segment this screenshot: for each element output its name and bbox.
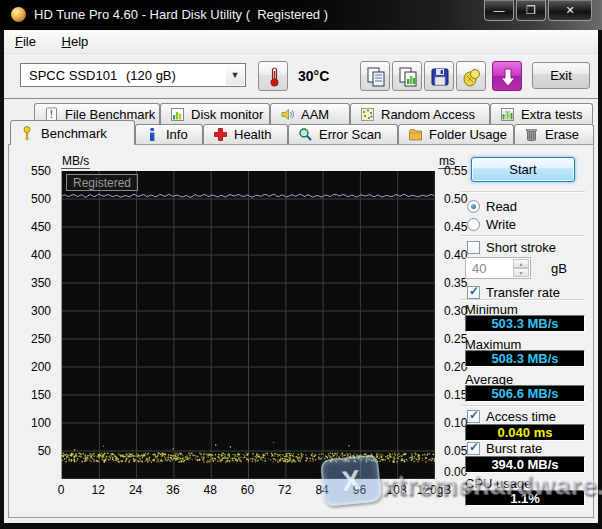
- close-button[interactable]: ✕: [548, 0, 592, 21]
- app-window: HD Tune Pro 4.60 - Hard Disk Utility ( R…: [0, 0, 602, 529]
- left-axis-title: MB/s: [61, 154, 90, 169]
- left-tick: 200: [31, 360, 51, 374]
- left-tick: 450: [31, 220, 51, 234]
- info-icon: [145, 127, 160, 142]
- left-tick: 250: [31, 332, 51, 346]
- left-tick: 400: [31, 248, 51, 262]
- exit-button[interactable]: Exit: [532, 62, 590, 89]
- read-label: Read: [486, 199, 517, 214]
- start-button[interactable]: Start: [471, 157, 575, 182]
- radio-circle-icon: [467, 218, 480, 231]
- left-tick: 550: [31, 164, 51, 178]
- access-time-checkbox[interactable]: Access time: [467, 409, 591, 424]
- drive-name: SPCC SSD101: [29, 68, 117, 83]
- burst-rate-checkbox[interactable]: Burst rate: [467, 441, 591, 456]
- capacity-spinner[interactable]: 40 ▲ ▼: [465, 257, 531, 279]
- error-scan-icon: [298, 127, 313, 142]
- left-tick: 350: [31, 276, 51, 290]
- benchmark-tab-page: MB/s ms 55050045040035030025020015010050…: [8, 144, 594, 518]
- tab-disk-monitor[interactable]: Disk monitor: [160, 103, 270, 124]
- x-axis-ticks: 01224364860728496108120gB: [61, 483, 434, 499]
- toolbar: SPCC SSD101 (120 gB) ▼ 30°C: [4, 55, 598, 99]
- x-tick: 108: [387, 483, 407, 497]
- benchmark-icon: [20, 126, 35, 141]
- copy-icon: [364, 65, 388, 89]
- svg-text:!: !: [50, 109, 53, 120]
- copy-button[interactable]: [360, 61, 390, 91]
- separator: [461, 299, 585, 301]
- x-tick: 24: [129, 483, 142, 497]
- drive-capacity: (120 gB): [126, 68, 176, 83]
- folder-usage-icon: [408, 127, 423, 142]
- short-stroke-label: Short stroke: [486, 240, 556, 255]
- copy-image-button[interactable]: [392, 61, 422, 91]
- left-axis-ticks: 55050045040035030025020015010050: [9, 171, 57, 479]
- radio-circle-icon: [467, 200, 480, 213]
- short-stroke-checkbox[interactable]: Short stroke: [467, 240, 591, 255]
- checkbox-icon: [467, 286, 480, 299]
- transfer-rate-checkbox[interactable]: Transfer rate: [467, 285, 591, 300]
- update-button[interactable]: [492, 61, 522, 91]
- cpu-usage-value: 1.1%: [465, 490, 585, 506]
- tab-extra-tests[interactable]: Extra tests: [490, 103, 593, 124]
- maximum-value: 508.3 MB/s: [465, 350, 585, 367]
- x-tick: 96: [353, 483, 366, 497]
- options-button[interactable]: [456, 61, 486, 91]
- temperature-button[interactable]: [258, 61, 288, 91]
- write-label: Write: [486, 217, 516, 232]
- spinner-unit-label: gB: [551, 261, 567, 276]
- access-time-label: Access time: [486, 409, 556, 424]
- tab-label: AAM: [301, 107, 329, 122]
- aam-icon: [280, 107, 295, 122]
- chevron-down-icon[interactable]: ▼: [226, 65, 244, 85]
- extra-tests-icon: [500, 107, 515, 122]
- minimum-value: 503.3 MB/s: [465, 315, 585, 332]
- write-radio[interactable]: Write: [467, 217, 587, 232]
- checkbox-icon: [467, 410, 480, 423]
- checkbox-icon: [467, 241, 480, 254]
- registered-watermark: Registered: [66, 174, 138, 191]
- spinner-up-icon[interactable]: ▲: [513, 259, 529, 268]
- tab-label: Health: [234, 127, 272, 142]
- tab-random-access[interactable]: Random Access: [350, 103, 490, 124]
- tab-info[interactable]: Info: [135, 124, 203, 144]
- save-button[interactable]: [424, 61, 454, 91]
- cpu-usage-label: CPU usage: [465, 476, 531, 491]
- left-tick: 50: [38, 444, 51, 458]
- drive-select[interactable]: SPCC SSD101 (120 gB) ▼: [20, 63, 246, 87]
- download-arrow-icon: [496, 65, 520, 89]
- tab-label: Folder Usage: [429, 127, 507, 142]
- app-icon: [11, 7, 26, 22]
- tab-benchmark[interactable]: Benchmark: [10, 120, 135, 145]
- tab-error-scan[interactable]: Error Scan: [288, 124, 398, 144]
- spinner-value: 40: [472, 261, 486, 276]
- x-tick: 60: [241, 483, 254, 497]
- separator: [461, 235, 585, 237]
- burst-rate-label: Burst rate: [486, 441, 542, 456]
- window-title: HD Tune Pro 4.60 - Hard Disk Utility ( R…: [34, 7, 328, 22]
- temperature-value: 30°C: [298, 68, 329, 84]
- average-value: 506.6 MB/s: [465, 385, 585, 402]
- control-panel: Start Read Write Short stroke 40: [453, 145, 593, 517]
- separator: [461, 191, 585, 193]
- menu-file[interactable]: File: [4, 30, 47, 52]
- x-tick: 0: [58, 483, 65, 497]
- benchmark-plot: Registered: [61, 171, 434, 479]
- menu-help[interactable]: Help: [51, 30, 100, 52]
- menubar: File Help: [4, 30, 598, 54]
- options-icon: [460, 65, 484, 89]
- random-access-icon: [360, 107, 375, 122]
- separator: [461, 405, 585, 407]
- spinner-down-icon[interactable]: ▼: [513, 268, 529, 277]
- tab-erase[interactable]: Erase: [514, 124, 594, 144]
- tab-aam[interactable]: AAM: [270, 103, 350, 124]
- tab-health[interactable]: Health: [203, 124, 288, 144]
- minimize-button[interactable]: —: [484, 0, 514, 21]
- read-radio[interactable]: Read: [467, 199, 587, 214]
- save-icon: [428, 65, 452, 89]
- tab-label: Random Access: [381, 107, 475, 122]
- x-tick: 36: [166, 483, 179, 497]
- maximize-button[interactable]: ❒: [516, 0, 546, 21]
- tab-folder-usage[interactable]: Folder Usage: [398, 124, 514, 144]
- checkbox-icon: [467, 442, 480, 455]
